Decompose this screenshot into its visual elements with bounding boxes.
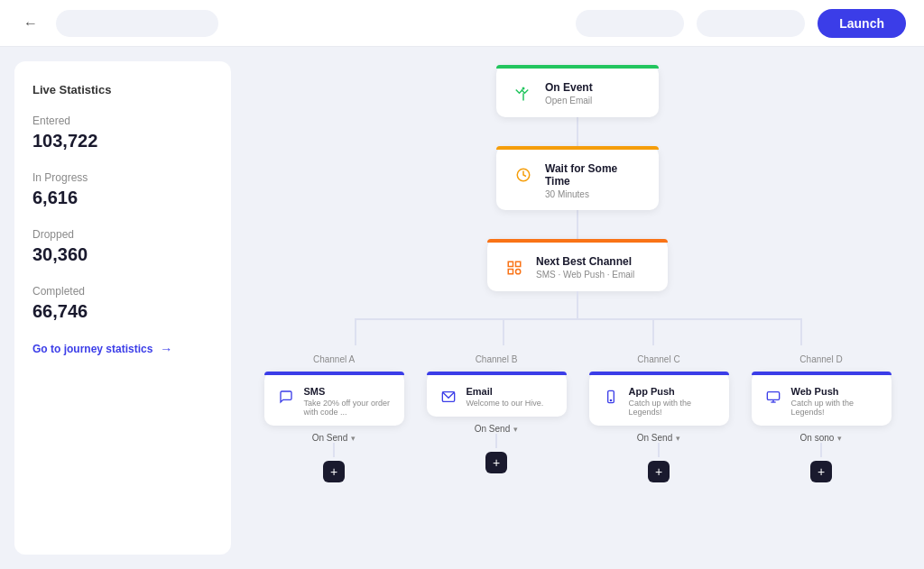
channel-sms-subtitle: Take 20% off your order with code ... — [304, 399, 393, 417]
node-nbc-content: Next Best Channel SMS · Web Push · Email — [502, 255, 653, 280]
add-node-sms[interactable]: + — [323, 461, 345, 482]
branch-vert — [577, 291, 578, 318]
channel-node-email-content: Email Welcome to our Hive. — [438, 386, 556, 408]
launch-button[interactable]: Launch — [818, 9, 906, 38]
branch-label-a: Channel A — [313, 354, 355, 364]
flow-canvas: On Event Open Email — [231, 47, 924, 569]
channel-node-webpush[interactable]: Web Push Catch up with the Legends! — [752, 372, 892, 426]
add-connector-webpush — [820, 443, 822, 457]
svg-rect-3 — [508, 262, 513, 266]
node-wait-title: Wait for Some Time — [545, 162, 644, 188]
wait-icon — [511, 162, 536, 188]
svg-rect-13 — [767, 392, 779, 400]
channel-node-apppush-bar — [589, 372, 729, 375]
nav-action-pill-2 — [697, 10, 805, 37]
stat-dropped-value: 30,360 — [32, 244, 213, 265]
channel-node-sms-content: SMS Take 20% off your order with code ..… — [275, 386, 393, 417]
on-send-webpush-label: On sono — [800, 433, 835, 443]
sms-icon — [275, 386, 297, 408]
go-link-text: Go to journey statistics — [32, 343, 152, 355]
on-send-apppush-label: On Send — [637, 433, 672, 443]
add-node-email[interactable]: + — [485, 452, 507, 473]
chevron-down-icon-apppush: ▾ — [676, 434, 680, 443]
add-node-apppush[interactable]: + — [648, 461, 670, 482]
branch-drop-4 — [800, 318, 802, 345]
channel-sms-title: SMS — [304, 386, 393, 397]
branch-label-c: Channel C — [637, 354, 679, 364]
branch-label-d: Channel D — [799, 354, 842, 364]
node-nbc[interactable]: Next Best Channel SMS · Web Push · Email — [487, 239, 668, 291]
node-wait-content: Wait for Some Time 30 Minutes — [511, 162, 644, 199]
branch-drop-3 — [652, 318, 654, 345]
branch-col-a: Channel A — [262, 354, 406, 482]
node-on-event[interactable]: On Event Open Email — [496, 65, 659, 117]
nav-action-pill-1 — [576, 10, 684, 37]
chevron-down-icon-webpush: ▾ — [837, 434, 842, 443]
node-wait-subtitle: 30 Minutes — [545, 189, 644, 199]
channel-webpush-subtitle: Catch up with the Legends! — [791, 399, 881, 417]
branch-drop-2 — [503, 318, 504, 345]
channel-node-apppush[interactable]: App Push Catch up with the Legends! — [589, 372, 729, 426]
stat-dropped: Dropped 30,360 — [32, 228, 213, 265]
on-send-email[interactable]: On Send ▾ — [475, 424, 518, 434]
svg-point-6 — [516, 270, 521, 274]
node-on-event-title: On Event — [545, 81, 593, 94]
connector-1 — [577, 117, 578, 146]
channel-node-sms[interactable]: SMS Take 20% off your order with code ..… — [264, 372, 404, 426]
add-connector-email — [495, 434, 497, 448]
nav-title-pill — [56, 10, 218, 37]
branch-horiz — [355, 318, 800, 320]
on-send-apppush[interactable]: On Send ▾ — [637, 433, 680, 443]
go-to-journey-link[interactable]: Go to journey statistics → — [32, 342, 213, 356]
sidebar: Live Statistics Entered 103,722 In Progr… — [14, 61, 231, 555]
email-icon — [438, 386, 459, 408]
channel-node-sms-bar — [264, 372, 404, 375]
node-on-event-bar — [496, 65, 659, 69]
add-connector-apppush — [658, 443, 660, 457]
channel-node-apppush-content: App Push Catch up with the Legends! — [600, 386, 718, 417]
sidebar-title: Live Statistics — [32, 83, 213, 96]
svg-rect-4 — [516, 262, 521, 266]
stat-completed-value: 66,746 — [32, 301, 213, 322]
top-nav: ← Launch — [0, 0, 924, 47]
branch-connector — [249, 291, 906, 354]
back-button[interactable]: ← — [18, 11, 43, 36]
on-send-webpush[interactable]: On sono ▾ — [800, 433, 843, 443]
svg-point-1 — [522, 87, 525, 90]
branch-label-b: Channel B — [476, 354, 518, 364]
apppush-icon — [600, 386, 622, 408]
channel-email-title: Email — [467, 386, 544, 397]
node-wait[interactable]: Wait for Some Time 30 Minutes — [496, 146, 659, 210]
channel-webpush-title: Web Push — [791, 386, 881, 397]
node-on-event-content: On Event Open Email — [511, 81, 644, 106]
connector-2 — [577, 210, 578, 239]
chevron-down-icon: ▾ — [351, 434, 356, 443]
go-link-arrow-icon: → — [160, 342, 172, 356]
node-nbc-bar — [487, 239, 668, 243]
stat-entered: Entered 103,722 — [32, 115, 213, 151]
channel-node-webpush-bar — [752, 372, 892, 375]
channel-node-email[interactable]: Email Welcome to our Hive. — [427, 372, 567, 417]
branch-drop-1 — [355, 318, 356, 345]
stat-in-progress-label: In Progress — [32, 171, 213, 184]
branch-col-d: Channel D W — [749, 354, 893, 482]
node-nbc-title: Next Best Channel — [536, 255, 634, 268]
branch-col-b: Channel B Email — [424, 354, 568, 482]
stat-completed: Completed 66,746 — [32, 285, 213, 322]
main-layout: Live Statistics Entered 103,722 In Progr… — [0, 47, 924, 569]
node-wait-bar — [496, 146, 659, 150]
on-event-icon — [511, 81, 536, 106]
flow-container: On Event Open Email — [249, 65, 906, 482]
node-on-event-subtitle: Open Email — [545, 96, 593, 106]
add-connector-sms — [333, 443, 335, 457]
on-send-email-label: On Send — [475, 424, 510, 434]
stat-dropped-label: Dropped — [32, 228, 213, 241]
branch-lines — [280, 291, 875, 354]
add-node-webpush[interactable]: + — [810, 461, 832, 482]
on-send-sms[interactable]: On Send ▾ — [312, 433, 356, 443]
channel-apppush-title: App Push — [629, 386, 718, 397]
svg-point-12 — [610, 399, 611, 400]
svg-rect-5 — [508, 270, 513, 274]
webpush-icon — [762, 386, 784, 408]
nbc-icon — [502, 255, 527, 280]
